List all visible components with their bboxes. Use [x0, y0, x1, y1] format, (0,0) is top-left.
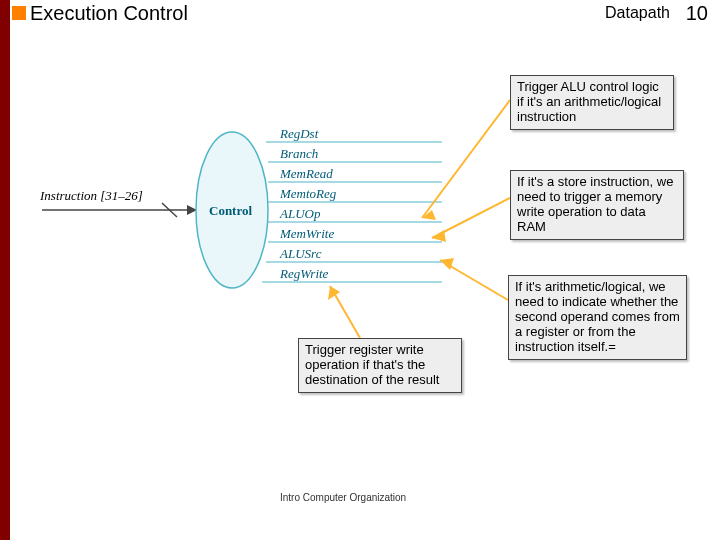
svg-line-14 — [432, 198, 510, 238]
instruction-label: Instruction [31–26] — [39, 188, 143, 203]
annotation-alusrc: If it's arithmetic/logical, we need to i… — [508, 275, 687, 360]
header-section-label: Datapath — [605, 4, 670, 22]
signal-label: MemRead — [279, 166, 333, 181]
slide-accent-bar — [0, 0, 10, 540]
signal-label: Branch — [280, 146, 318, 161]
signal-label: MemWrite — [279, 226, 334, 241]
control-diagram: Instruction [31–26] Control RegDst Branc… — [22, 50, 442, 370]
svg-line-16 — [440, 260, 508, 300]
annotation-mem-write: If it's a store instruction, we need to … — [510, 170, 684, 240]
annotation-reg-write: Trigger register write operation if that… — [298, 338, 462, 393]
title-square-icon — [12, 6, 26, 20]
annotation-alu-control: Trigger ALU control logic if it's an ari… — [510, 75, 674, 130]
control-block-label: Control — [209, 203, 252, 218]
slide-title: Execution Control — [30, 2, 188, 25]
signal-label: ALUOp — [279, 206, 321, 221]
signal-label: RegDst — [279, 126, 319, 141]
signal-group: RegDst Branch MemRead MemtoReg ALUOp Mem… — [262, 126, 442, 282]
signal-label: RegWrite — [279, 266, 329, 281]
svg-marker-17 — [440, 258, 454, 270]
signal-label: MemtoReg — [279, 186, 337, 201]
page-number: 10 — [686, 2, 708, 25]
signal-label: ALUSrc — [279, 246, 322, 261]
footer-text: Intro Computer Organization — [280, 492, 406, 503]
